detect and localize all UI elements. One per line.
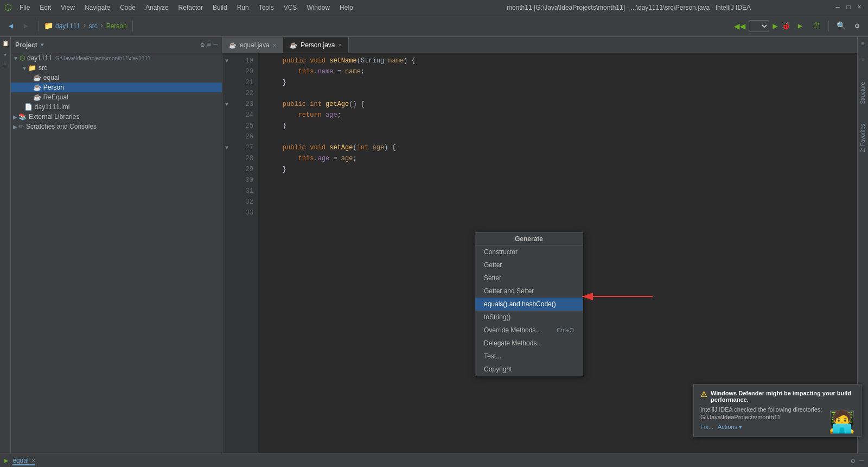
- run-tab-close[interactable]: ×: [32, 457, 35, 464]
- fold-marker-27[interactable]: ▼: [222, 142, 231, 153]
- debug-button[interactable]: 🐞: [781, 21, 790, 30]
- project-panel: Project ▼ ⚙ ≡ ─ ▼ ⬡ day1111 G:\Java\Idea…: [11, 37, 222, 453]
- branch-selector[interactable]: equal: [749, 20, 769, 32]
- menu-code[interactable]: Code: [116, 3, 140, 12]
- code-line-21: }: [267, 77, 853, 88]
- tree-item-extlibs[interactable]: ▶ 📚 External Libraries: [11, 112, 222, 122]
- bookmark-icon[interactable]: ★: [1, 50, 10, 59]
- project-icon[interactable]: 📋: [1, 39, 10, 48]
- run-minimize-icon[interactable]: ─: [859, 457, 864, 465]
- menu-file[interactable]: File: [15, 3, 34, 12]
- coverage-button[interactable]: ▶: [794, 20, 807, 33]
- expand-icon-src: ▼: [22, 65, 27, 71]
- structure-label[interactable]: Structure: [860, 82, 866, 104]
- fold-marker-19[interactable]: ▼: [222, 55, 231, 66]
- menu-analyze[interactable]: Analyze: [141, 3, 173, 12]
- file-label[interactable]: Person: [106, 22, 127, 30]
- context-menu: Generate Constructor Getter Setter Gette…: [475, 232, 583, 376]
- tab-person-close[interactable]: ×: [339, 42, 342, 48]
- tab-equal-close[interactable]: ×: [273, 42, 276, 48]
- favorites-label[interactable]: 2: Favorites: [860, 124, 866, 152]
- maximize-button[interactable]: □: [844, 3, 853, 12]
- linenum-19: 19: [235, 55, 253, 66]
- tree-label-equal: equal: [43, 74, 59, 81]
- src-label[interactable]: src: [89, 22, 98, 30]
- menu-item-getter[interactable]: Getter: [475, 258, 583, 272]
- gutter-21: [222, 77, 231, 88]
- tree-label-scratches: Scratches and Consoles: [26, 123, 97, 130]
- setter-label: Setter: [484, 274, 501, 282]
- menu-window[interactable]: Window: [302, 3, 334, 12]
- menu-build[interactable]: Build: [208, 3, 232, 12]
- search-everywhere-button[interactable]: 🔍: [834, 20, 847, 33]
- tab-equal[interactable]: ☕ equal.java ×: [222, 37, 283, 53]
- menu-vcs[interactable]: VCS: [279, 3, 302, 12]
- menu-run[interactable]: Run: [233, 3, 253, 12]
- panel-gear-icon[interactable]: ⚙: [201, 41, 205, 49]
- code-line-24: return age;: [267, 110, 853, 121]
- panel-settings-icon[interactable]: ≡: [207, 41, 211, 49]
- linenum-25: 25: [235, 121, 253, 131]
- code-line-32: [267, 197, 853, 207]
- toolbar-separator-2: [132, 21, 133, 31]
- tree-label-day1111: day1111: [27, 54, 52, 62]
- tree-item-day1111[interactable]: ▼ ⬡ day1111 G:\Java\IdeaProjects\month11…: [11, 53, 222, 63]
- tree-item-iml[interactable]: 📄 day1111.iml: [11, 102, 222, 112]
- menu-item-setter[interactable]: Setter: [475, 272, 583, 285]
- gutter-29: [222, 164, 231, 175]
- linenum-27: 27: [235, 142, 253, 153]
- run-button[interactable]: ▶: [773, 21, 778, 31]
- run-settings-icon[interactable]: ⚙: [851, 457, 855, 465]
- fold-marker-23[interactable]: ▼: [222, 99, 231, 110]
- menu-refactor[interactable]: Refactor: [174, 3, 207, 12]
- src-folder-icon: 📁: [28, 64, 36, 72]
- menu-item-override[interactable]: Override Methods... Ctrl+O: [475, 324, 583, 337]
- profile-button[interactable]: ⏱: [810, 20, 823, 33]
- project-root-icon: ⬡: [20, 54, 25, 62]
- notification-title-text: Windows Defender might be impacting your…: [711, 390, 854, 403]
- menu-view[interactable]: View: [56, 3, 79, 12]
- menu-edit[interactable]: Edit: [35, 3, 55, 12]
- panel-controls: ⚙ ≡ ─: [201, 41, 218, 49]
- menu-item-getter-setter[interactable]: Getter and Setter: [475, 285, 583, 298]
- minimize-button[interactable]: ─: [833, 3, 842, 12]
- structure-icon[interactable]: ≡: [1, 61, 10, 70]
- menu-item-delegate[interactable]: Delegate Methods...: [475, 337, 583, 350]
- menu-item-test[interactable]: Test...: [475, 350, 583, 363]
- back-button[interactable]: ◀: [4, 20, 17, 33]
- code-line-30: [267, 175, 853, 186]
- menu-help[interactable]: Help: [335, 3, 358, 12]
- tree-item-scratches[interactable]: ▶ ✏ Scratches and Consoles: [11, 122, 222, 131]
- panel-minimize-icon[interactable]: ─: [213, 41, 218, 49]
- run-tab-label[interactable]: equal ×: [12, 457, 35, 465]
- tab-person[interactable]: ☕ Person.java ×: [283, 37, 349, 53]
- right-icon-2[interactable]: ☆: [861, 56, 864, 62]
- menu-item-copyright[interactable]: Copyright: [475, 363, 583, 376]
- forward-button[interactable]: ▶: [20, 20, 33, 33]
- tree-item-equal[interactable]: ☕ equal: [11, 73, 222, 83]
- menu-item-tostring[interactable]: toString(): [475, 311, 583, 324]
- menu-navigate[interactable]: Navigate: [80, 3, 114, 12]
- notification-actions-link[interactable]: Actions ▾: [718, 424, 742, 431]
- project-panel-title-text: Project: [15, 41, 37, 49]
- project-name[interactable]: day1111: [55, 22, 80, 30]
- tree-item-person[interactable]: ☕ Person: [11, 83, 222, 92]
- close-button[interactable]: ×: [855, 3, 864, 12]
- app-icon: ⬡: [4, 2, 12, 13]
- getter-label: Getter: [484, 261, 502, 269]
- menu-item-equals-hashcode[interactable]: equals() and hashCode(): [475, 298, 583, 311]
- tree-item-src[interactable]: ▼ 📁 src: [11, 63, 222, 73]
- nav-separator: ›: [82, 22, 87, 30]
- settings-button[interactable]: ⚙: [851, 20, 864, 33]
- override-label: Override Methods...: [484, 326, 541, 334]
- linenum-24: 24: [235, 110, 253, 121]
- notification-fix-link[interactable]: Fix...: [700, 424, 713, 431]
- menu-item-constructor[interactable]: Constructor: [475, 245, 583, 258]
- linenum-21: 21: [235, 77, 253, 88]
- tree-label-reequal: ReEqual: [43, 93, 68, 101]
- toolbar: ◀ ▶ 📁 day1111 › src › Person ◀◀ equal ▶ …: [0, 15, 868, 37]
- menu-tools[interactable]: Tools: [254, 3, 278, 12]
- tree-item-reequal[interactable]: ☕ ReEqual: [11, 92, 222, 102]
- right-icon-1[interactable]: ≡: [861, 41, 864, 47]
- panel-dropdown-icon[interactable]: ▼: [40, 42, 45, 48]
